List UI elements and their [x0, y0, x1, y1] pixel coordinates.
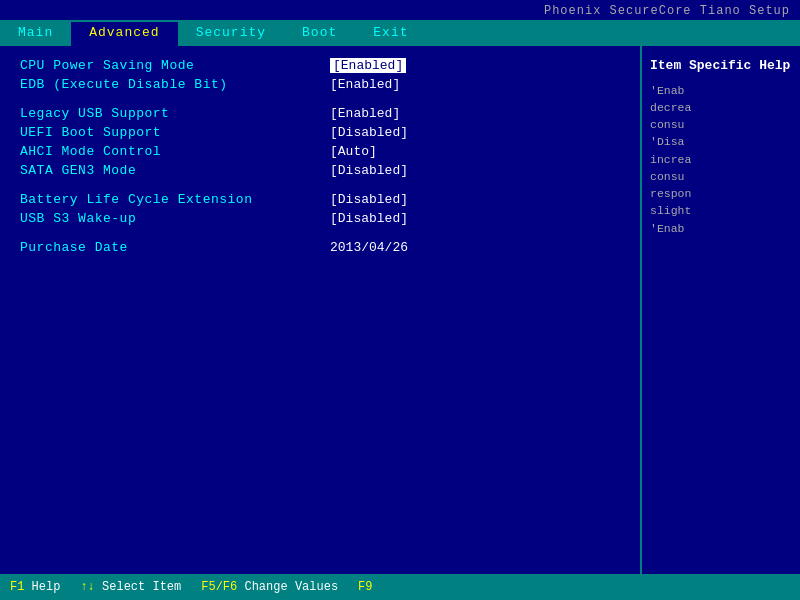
key-updown: ↑↓ Select Item	[80, 580, 181, 594]
key-f1: F1 Help	[10, 580, 60, 594]
setting-purchase-date: Purchase Date 2013/04/26	[20, 240, 620, 255]
setting-label-uefi-boot: UEFI Boot Support	[20, 125, 330, 140]
help-detail: 'Enabdecreaconsu'Disaincreaconsuresponsl…	[650, 82, 792, 237]
setting-value-uefi-boot: [Disabled]	[330, 125, 408, 140]
setting-value-battery: [Disabled]	[330, 192, 408, 207]
setting-edb[interactable]: EDB (Execute Disable Bit) [Enabled]	[20, 77, 620, 92]
tab-security[interactable]: Security	[178, 22, 284, 46]
right-panel: Item Specific Help 'Enabdecreaconsu'Disa…	[640, 46, 800, 574]
setting-label-cpu-power: CPU Power Saving Mode	[20, 58, 330, 73]
tab-navigation: Main Advanced Security Boot Exit	[0, 20, 800, 46]
setting-value-legacy-usb: [Enabled]	[330, 106, 400, 121]
tab-main[interactable]: Main	[0, 22, 71, 46]
key-f5f6: F5/F6 Change Values	[201, 580, 338, 594]
setting-value-edb: [Enabled]	[330, 77, 400, 92]
setting-value-cpu-power: [Enabled]	[330, 58, 406, 73]
left-panel: CPU Power Saving Mode [Enabled] EDB (Exe…	[0, 46, 640, 574]
tab-advanced[interactable]: Advanced	[71, 22, 177, 46]
setting-label-edb: EDB (Execute Disable Bit)	[20, 77, 330, 92]
setting-value-ahci: [Auto]	[330, 144, 377, 159]
main-content: CPU Power Saving Mode [Enabled] EDB (Exe…	[0, 46, 800, 574]
bottom-bar: F1 Help ↑↓ Select Item F5/F6 Change Valu…	[0, 574, 800, 600]
bios-title: Phoenix SecureCore Tiano Setup	[544, 4, 790, 18]
title-bar: Phoenix SecureCore Tiano Setup	[0, 0, 800, 20]
tab-exit[interactable]: Exit	[355, 22, 426, 46]
tab-boot[interactable]: Boot	[284, 22, 355, 46]
setting-label-legacy-usb: Legacy USB Support	[20, 106, 330, 121]
setting-label-battery: Battery Life Cycle Extension	[20, 192, 330, 207]
help-title: Item Specific Help	[650, 56, 792, 76]
setting-battery[interactable]: Battery Life Cycle Extension [Disabled]	[20, 192, 620, 207]
setting-uefi-boot[interactable]: UEFI Boot Support [Disabled]	[20, 125, 620, 140]
setting-label-usb-s3: USB S3 Wake-up	[20, 211, 330, 226]
setting-label-sata-gen3: SATA GEN3 Mode	[20, 163, 330, 178]
key-f9: F9	[358, 580, 372, 594]
setting-label-ahci: AHCI Mode Control	[20, 144, 330, 159]
setting-ahci[interactable]: AHCI Mode Control [Auto]	[20, 144, 620, 159]
setting-value-usb-s3: [Disabled]	[330, 211, 408, 226]
setting-value-sata-gen3: [Disabled]	[330, 163, 408, 178]
setting-usb-s3[interactable]: USB S3 Wake-up [Disabled]	[20, 211, 620, 226]
setting-legacy-usb[interactable]: Legacy USB Support [Enabled]	[20, 106, 620, 121]
setting-sata-gen3[interactable]: SATA GEN3 Mode [Disabled]	[20, 163, 620, 178]
setting-cpu-power[interactable]: CPU Power Saving Mode [Enabled]	[20, 58, 620, 73]
purchase-date-label: Purchase Date	[20, 240, 330, 255]
purchase-date-value: 2013/04/26	[330, 240, 408, 255]
bios-screen: Phoenix SecureCore Tiano Setup Main Adva…	[0, 0, 800, 600]
